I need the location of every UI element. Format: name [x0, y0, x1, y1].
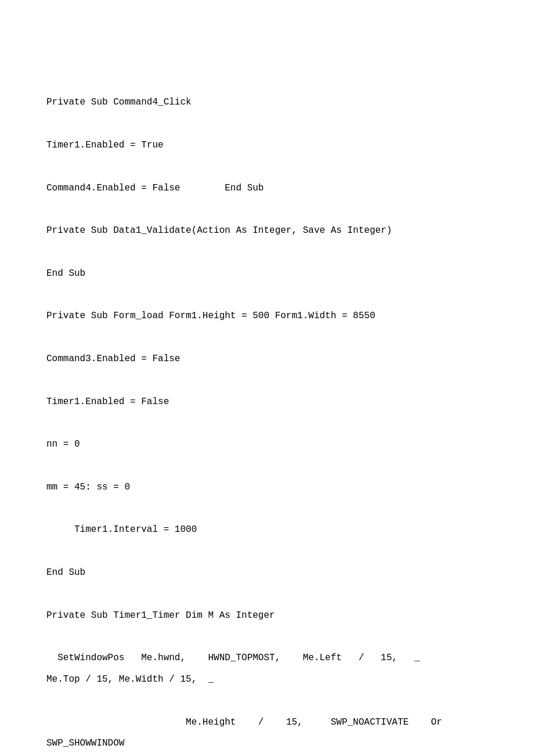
code-line [46, 73, 488, 90]
code-line: End Sub [46, 265, 488, 282]
code-line: Private Sub Timer1_Timer Dim M As Intege… [46, 607, 488, 624]
code-line [46, 159, 488, 175]
code-line: SWP_SHOWWINDOW [46, 735, 488, 752]
code-line: End Sub [46, 564, 488, 581]
code-line [46, 287, 488, 304]
code-line: Command4.Enabled = False End Sub [46, 180, 488, 197]
code-line [46, 116, 488, 132]
code-line [46, 244, 488, 261]
code-line [46, 329, 488, 346]
code-line: Command3.Enabled = False [46, 351, 488, 368]
code-line [46, 586, 488, 603]
code-line: Private Sub Command4_Click [46, 94, 488, 111]
code-line: Private Sub Form_load Form1.Height = 500… [46, 308, 488, 325]
code-line [46, 543, 488, 560]
code-line: Timer1.Enabled = False [46, 394, 488, 411]
code-line: Timer1.Enabled = True [46, 137, 488, 154]
code-line [46, 501, 488, 517]
code-content: Private Sub Command4_Click Timer1.Enable… [46, 35, 488, 756]
code-line: Me.Height / 15, SWP_NOACTIVATE Or [46, 714, 488, 731]
code-line [46, 628, 488, 645]
code-line: Timer1.Interval = 1000 [46, 521, 488, 538]
code-line: SetWindowPos Me.hwnd, HWND_TOPMOST, Me.L… [46, 650, 488, 667]
code-line [46, 693, 488, 710]
code-line [46, 52, 488, 69]
code-line [46, 458, 488, 474]
code-line: Private Sub Data1_Validate(Action As Int… [46, 222, 488, 239]
code-line [46, 201, 488, 218]
code-line: mm = 45: ss = 0 [46, 479, 488, 496]
code-line [46, 372, 488, 389]
code-line: Me.Top / 15, Me.Width / 15, _ [46, 671, 488, 688]
code-line [46, 415, 488, 431]
code-line: nn = 0 [46, 436, 488, 453]
